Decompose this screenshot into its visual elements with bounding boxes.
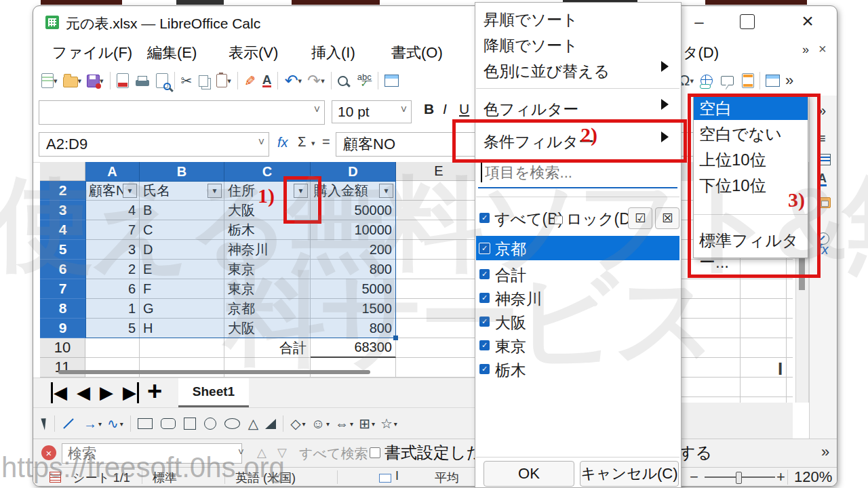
equals-icon[interactable]: = (322, 134, 330, 150)
print-icon[interactable] (136, 80, 149, 86)
item-checkbox[interactable]: ✓ (479, 269, 490, 279)
block-arrows-dropdown-icon[interactable]: ▾ (350, 420, 353, 428)
last-sheet-icon[interactable]: ▶ (123, 382, 139, 403)
freeze-panes-icon[interactable] (766, 75, 780, 87)
select-tool-icon[interactable] (41, 417, 49, 430)
name-box-dropdown-icon[interactable]: ˅ (258, 136, 264, 148)
select-all-checkbox[interactable]: ✓ (479, 213, 490, 223)
symbol-shapes-icon[interactable]: ☺ (311, 416, 325, 432)
clone-formatting-icon[interactable]: ✎ (241, 75, 258, 87)
selection-handle[interactable] (393, 336, 398, 340)
row-header-6[interactable]: 6 (40, 260, 85, 279)
document-close-icon[interactable]: × (818, 41, 827, 57)
submenu-item-not-empty[interactable]: 空白でない (694, 121, 808, 146)
curve-tool-icon[interactable]: ∿ (107, 415, 119, 432)
new-document-icon[interactable] (41, 73, 54, 88)
square-tool-icon[interactable] (184, 418, 196, 430)
rounded-rectangle-tool-icon[interactable] (161, 418, 176, 429)
minimize-icon[interactable]: – (686, 12, 713, 32)
find-input[interactable] (62, 443, 242, 464)
symbol-shapes-dropdown-icon[interactable]: ▾ (326, 420, 330, 428)
menu-insert[interactable]: 挿入(I) (311, 43, 355, 63)
cell-a11[interactable] (85, 358, 140, 378)
cell-c11[interactable] (224, 358, 311, 378)
menubar-overflow-icon[interactable]: » (802, 43, 809, 57)
arrow-tool-icon[interactable]: → (83, 416, 97, 432)
find-bar-overflow-icon[interactable]: » (821, 443, 829, 461)
menu-item-sort-descending[interactable]: 降順でソート (484, 35, 578, 56)
item-checkbox[interactable]: ✓ (479, 293, 490, 303)
cell-b10[interactable] (140, 338, 224, 358)
star-shapes-dropdown-icon[interactable]: ▾ (394, 420, 397, 428)
function-wizard-icon[interactable]: fx (277, 135, 288, 150)
previous-sheet-icon[interactable]: ◀ (77, 382, 90, 403)
redo-dropdown-icon[interactable]: ▾ (321, 77, 325, 85)
first-sheet-icon[interactable]: ◀ (51, 382, 67, 403)
row-header-3[interactable]: 3 (40, 201, 85, 220)
new-document-dropdown-icon[interactable]: ▾ (54, 77, 58, 85)
filter-list-item[interactable]: ✓ 栃木 (476, 358, 679, 382)
cell-d11[interactable] (311, 358, 396, 378)
select-all-label[interactable]: すべて(B) (494, 209, 563, 230)
basic-shapes-dropdown-icon[interactable]: ▾ (302, 420, 306, 428)
comment-icon[interactable] (721, 76, 734, 85)
page-style-label[interactable]: 標準 (153, 470, 177, 486)
zoom-value[interactable]: 120% (794, 468, 832, 486)
toolbar-overflow-icon[interactable]: » (785, 72, 793, 89)
open-file-dropdown-icon[interactable]: ▾ (78, 77, 82, 85)
copy-icon[interactable] (199, 75, 208, 87)
zoom-out-icon[interactable]: − (690, 468, 698, 486)
cut-icon[interactable]: ✂ (181, 73, 193, 89)
add-sheet-icon[interactable]: + (147, 377, 162, 406)
filter-list-item[interactable]: ✓ 大阪 (476, 310, 679, 334)
sum-icon[interactable]: Σ (298, 134, 306, 150)
save-icon[interactable] (87, 75, 100, 87)
circle-tool-icon[interactable] (204, 418, 216, 430)
zoom-slider-handle[interactable] (736, 472, 742, 484)
undo-icon[interactable]: ↶ (284, 71, 298, 90)
submenu-item-standard-filter[interactable]: 標準フィルター... (694, 228, 808, 252)
sheet-tab-active[interactable]: Sheet1 (178, 378, 249, 408)
headers-footers-icon[interactable] (742, 73, 754, 88)
sheet-status-icon[interactable] (50, 472, 61, 483)
find-all-label[interactable]: すべて検索 (299, 445, 368, 463)
filter-search-input[interactable] (484, 160, 676, 186)
formatted-display-checkbox[interactable] (370, 447, 380, 458)
menu-data-partial[interactable]: タ(D) (683, 43, 719, 63)
paste-icon[interactable] (216, 74, 227, 87)
ok-button[interactable]: OK (484, 461, 574, 487)
filter-list-item[interactable]: ✓ 東京 (476, 334, 679, 358)
col-header-A[interactable]: A (85, 162, 140, 181)
cell-c10-total-label[interactable]: 合計 (224, 338, 311, 358)
sidebar-expand-icon[interactable]: » (818, 102, 826, 120)
submenu-item-top10[interactable]: 上位10位 (694, 147, 808, 171)
menu-item-condition-filter[interactable]: 条件フィルター (484, 131, 594, 152)
ellipse-tool-icon[interactable] (224, 418, 240, 429)
language-label[interactable]: 英語 (米国) (235, 470, 296, 486)
lock-checkbox[interactable] (554, 216, 563, 224)
submenu-item-empty[interactable]: 空白 (694, 96, 808, 120)
row-header-10[interactable]: 10 (40, 338, 85, 358)
menu-item-sort-ascending[interactable]: 昇順でソート (484, 9, 578, 30)
uncheck-all-button[interactable]: ☒ (655, 207, 679, 229)
font-name-box[interactable]: ˅ (39, 100, 325, 125)
font-size-dropdown-icon[interactable]: ˅ (401, 104, 407, 116)
font-name-dropdown-icon[interactable]: ˅ (314, 104, 320, 116)
cell-b11[interactable] (140, 358, 224, 378)
item-search-box[interactable] (478, 159, 677, 188)
col-header-C[interactable]: C (224, 162, 311, 181)
sidebar-functions-icon[interactable]: fx (818, 242, 829, 258)
special-character-dropdown-icon[interactable]: ▾ (690, 77, 694, 85)
rectangle-tool-icon[interactable] (138, 418, 153, 429)
menu-edit[interactable]: 編集(E) (147, 43, 197, 63)
col-header-E[interactable]: E (396, 162, 482, 181)
filter-list-item[interactable]: ✓ 合計 (476, 263, 679, 287)
arrow-tool-dropdown-icon[interactable]: ▾ (98, 420, 102, 428)
row-header-5[interactable]: 5 (40, 240, 85, 260)
col-header-D[interactable]: D (311, 162, 396, 181)
find-replace-icon[interactable] (338, 76, 348, 86)
row-header-11[interactable]: 11 (40, 358, 85, 378)
triangle-tool-icon[interactable]: △ (248, 415, 258, 432)
row-header-9[interactable]: 9 (40, 319, 85, 338)
hyperlink-icon[interactable] (701, 75, 713, 87)
